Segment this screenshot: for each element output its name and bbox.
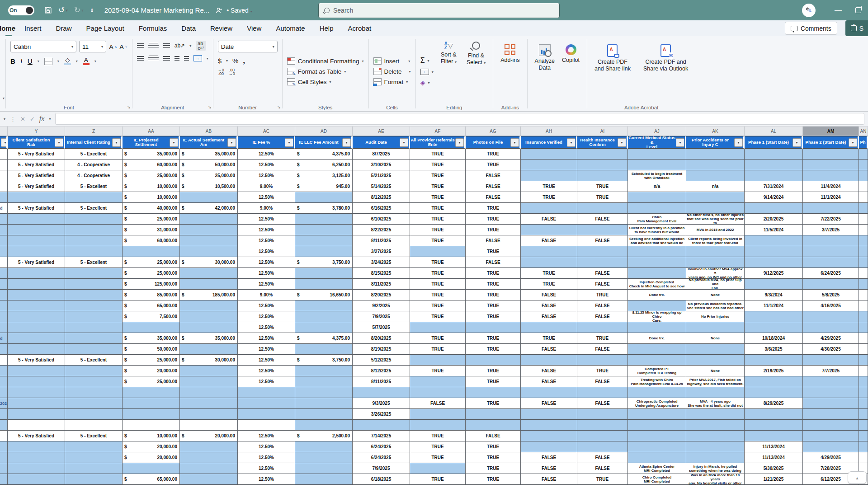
cell[interactable]: FALSE: [577, 311, 628, 322]
cell[interactable]: [803, 246, 859, 257]
cell[interactable]: [859, 398, 868, 409]
cell[interactable]: FALSE: [521, 474, 577, 485]
cell[interactable]: 12.50%: [238, 311, 295, 322]
cell[interactable]: Was in an MVA more than 10 years ago. No…: [686, 474, 745, 485]
cell[interactable]: $42,000.00: [180, 203, 238, 214]
cell[interactable]: 5 - Very Satisfied: [8, 160, 65, 170]
cell[interactable]: 5 - Very Satisfied: [8, 431, 65, 441]
cell[interactable]: 12.50%: [238, 300, 295, 311]
cell[interactable]: [410, 409, 466, 420]
cell[interactable]: [65, 279, 123, 290]
analyze-data-button[interactable]: AnalyzeData: [532, 43, 557, 102]
cell[interactable]: 11/13/2024: [745, 441, 803, 452]
cell[interactable]: FALSE: [521, 463, 577, 474]
cell[interactable]: 5 - Excellent: [65, 431, 123, 441]
cell[interactable]: [577, 441, 628, 452]
cell[interactable]: $125,000.00: [123, 279, 180, 290]
cell[interactable]: $30,000.00: [180, 257, 238, 268]
wrap-text-icon[interactable]: abc↵: [196, 41, 206, 51]
cell[interactable]: $2,500.00: [295, 431, 353, 441]
number-dialog-launcher-icon[interactable]: ↘: [277, 105, 281, 109]
cell[interactable]: [803, 420, 859, 431]
cell[interactable]: 8/12/2025: [353, 192, 410, 203]
align-right-icon[interactable]: [163, 56, 170, 61]
cell[interactable]: [8, 398, 65, 409]
cell[interactable]: [859, 431, 868, 441]
cell[interactable]: [0, 246, 8, 257]
filter-button[interactable]: ▼: [400, 138, 408, 147]
cell[interactable]: [65, 398, 123, 409]
cell[interactable]: [295, 376, 353, 387]
cell[interactable]: [65, 311, 123, 322]
redo-chevron-icon[interactable]: ▾: [81, 8, 84, 13]
cell[interactable]: [803, 355, 859, 366]
cell[interactable]: 8/29/2025: [745, 398, 803, 409]
cell[interactable]: [65, 322, 123, 333]
cell[interactable]: $60,000.00: [123, 160, 180, 170]
cell[interactable]: 5 - Very Satisfied: [8, 355, 65, 366]
cell[interactable]: FALSE: [521, 398, 577, 409]
cell[interactable]: TRUE: [410, 149, 466, 160]
tab-insert[interactable]: Insert: [17, 20, 49, 36]
cell[interactable]: [686, 387, 745, 398]
cell[interactable]: 4/29/2025: [803, 452, 859, 463]
cell[interactable]: [0, 160, 8, 170]
cell[interactable]: [8, 322, 65, 333]
cell[interactable]: FALSE: [466, 431, 521, 441]
cell[interactable]: TRUE: [466, 203, 521, 214]
cell[interactable]: [180, 214, 238, 225]
cell[interactable]: 12.50%: [238, 322, 295, 333]
restore-button[interactable]: [848, 0, 868, 20]
cell[interactable]: [745, 246, 803, 257]
cell[interactable]: 12.50%: [238, 344, 295, 355]
redo-button[interactable]: ↻▾: [74, 5, 84, 15]
cell[interactable]: 5/8/2025: [803, 290, 859, 300]
column-header-AI[interactable]: Health Insurance Confirm▼: [577, 136, 628, 149]
filter-button[interactable]: ▼: [793, 138, 801, 147]
cell[interactable]: FALSE: [521, 452, 577, 463]
insert-function-button[interactable]: fx: [39, 115, 45, 123]
cell[interactable]: FALSE: [466, 257, 521, 268]
cell[interactable]: [859, 355, 868, 366]
column-letter-AC[interactable]: AC: [238, 127, 295, 136]
cell[interactable]: 8/11/2025: [353, 235, 410, 246]
cell[interactable]: 7/31/2024: [745, 181, 803, 192]
column-header-Y[interactable]: Client Satisfaction Rati▼: [8, 136, 65, 149]
cell[interactable]: 7/9/2025: [353, 463, 410, 474]
scroll-corner-button[interactable]: ▴: [848, 471, 867, 484]
cell[interactable]: TRUE: [410, 225, 466, 235]
cell[interactable]: 12.50%: [238, 257, 295, 268]
cell[interactable]: TRUE: [410, 431, 466, 441]
cell[interactable]: $4,375.00: [295, 149, 353, 160]
cell[interactable]: 9.00%: [238, 203, 295, 214]
cell[interactable]: [8, 376, 65, 387]
cell[interactable]: TRUE: [410, 474, 466, 485]
cell[interactable]: Done trx.: [628, 333, 686, 344]
cell[interactable]: 7/7/2025: [803, 366, 859, 376]
underline-dropdown[interactable]: ▾: [38, 59, 39, 63]
cell[interactable]: $25,000.00: [123, 214, 180, 225]
cell[interactable]: [65, 474, 123, 485]
tab-formulas[interactable]: Formulas: [132, 20, 175, 36]
column-header-AG[interactable]: Photos on File▼: [466, 136, 521, 149]
cell[interactable]: TRUE: [521, 181, 577, 192]
bold-button[interactable]: B: [10, 57, 15, 65]
orientation-icon[interactable]: ab↗: [175, 42, 185, 49]
undo-button[interactable]: ↺▾: [58, 5, 68, 15]
cell[interactable]: TRUE: [410, 192, 466, 203]
cell[interactable]: TRUE: [466, 225, 521, 235]
cell[interactable]: 6/24/2025: [353, 452, 410, 463]
cell[interactable]: TRUE: [410, 452, 466, 463]
comma-style-button[interactable]: ,: [243, 56, 245, 66]
cell[interactable]: [628, 246, 686, 257]
cell[interactable]: [65, 420, 123, 431]
cell[interactable]: $10,000.00: [123, 181, 180, 192]
cell[interactable]: $30,000.00: [180, 355, 238, 366]
cell[interactable]: 8/19/2025: [353, 344, 410, 355]
cell[interactable]: [8, 279, 65, 290]
cell[interactable]: [8, 311, 65, 322]
filter-button[interactable]: ▼: [170, 138, 178, 147]
cell[interactable]: [8, 366, 65, 376]
cell[interactable]: $31,000.00: [123, 225, 180, 235]
orientation-dropdown[interactable]: ▾: [189, 44, 191, 48]
